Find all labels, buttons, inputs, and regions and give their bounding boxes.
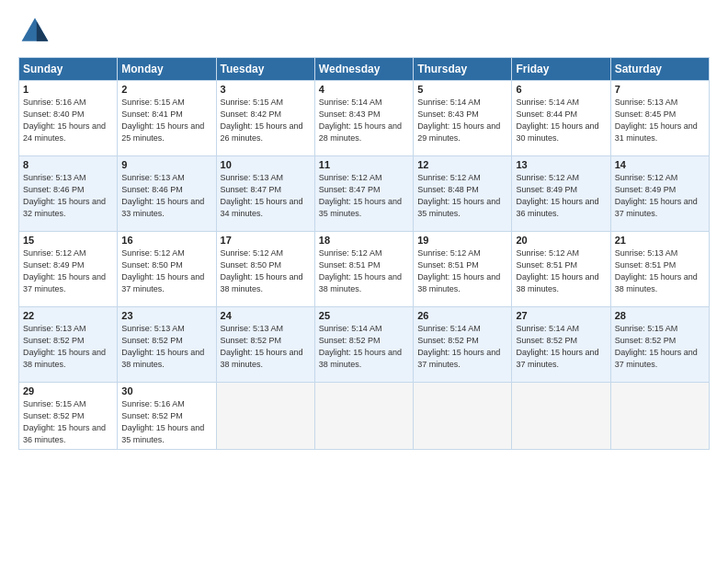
day-cell: [414, 383, 512, 450]
days-header-row: SundayMondayTuesdayWednesdayThursdayFrid…: [19, 58, 710, 81]
day-info: Sunrise: 5:13 AMSunset: 8:52 PMDaylight:…: [23, 323, 113, 371]
page: SundayMondayTuesdayWednesdayThursdayFrid…: [0, 0, 728, 563]
day-number: 14: [615, 159, 705, 170]
day-number: 27: [516, 310, 606, 321]
day-info: Sunrise: 5:12 AMSunset: 8:47 PMDaylight:…: [319, 172, 409, 220]
day-cell: 1Sunrise: 5:16 AMSunset: 8:40 PMDaylight…: [19, 81, 118, 156]
day-info: Sunrise: 5:15 AMSunset: 8:41 PMDaylight:…: [121, 97, 211, 144]
day-number: 29: [23, 385, 113, 396]
day-cell: 19Sunrise: 5:12 AMSunset: 8:51 PMDayligh…: [414, 232, 512, 307]
day-cell: 17Sunrise: 5:12 AMSunset: 8:50 PMDayligh…: [216, 232, 314, 307]
day-header-tuesday: Tuesday: [216, 58, 314, 81]
day-number: 4: [319, 84, 409, 95]
day-number: 3: [221, 84, 311, 95]
day-cell: 26Sunrise: 5:14 AMSunset: 8:52 PMDayligh…: [414, 307, 512, 383]
day-cell: 4Sunrise: 5:14 AMSunset: 8:43 PMDaylight…: [314, 81, 413, 156]
day-info: Sunrise: 5:13 AMSunset: 8:45 PMDaylight:…: [615, 97, 705, 144]
day-info: Sunrise: 5:13 AMSunset: 8:52 PMDaylight:…: [121, 323, 211, 371]
day-number: 28: [615, 310, 705, 321]
day-info: Sunrise: 5:12 AMSunset: 8:49 PMDaylight:…: [23, 247, 113, 295]
day-number: 5: [417, 84, 507, 95]
day-cell: 14Sunrise: 5:12 AMSunset: 8:49 PMDayligh…: [610, 156, 709, 232]
day-cell: [512, 383, 610, 450]
day-cell: 13Sunrise: 5:12 AMSunset: 8:49 PMDayligh…: [512, 156, 610, 232]
day-info: Sunrise: 5:12 AMSunset: 8:49 PMDaylight:…: [516, 172, 606, 220]
day-header-saturday: Saturday: [610, 58, 709, 81]
day-info: Sunrise: 5:13 AMSunset: 8:46 PMDaylight:…: [23, 172, 113, 220]
day-cell: 24Sunrise: 5:13 AMSunset: 8:52 PMDayligh…: [216, 307, 314, 383]
day-number: 1: [23, 84, 113, 95]
day-cell: [314, 383, 413, 450]
day-cell: 28Sunrise: 5:15 AMSunset: 8:52 PMDayligh…: [610, 307, 709, 383]
day-cell: 11Sunrise: 5:12 AMSunset: 8:47 PMDayligh…: [314, 156, 413, 232]
day-number: 25: [319, 310, 409, 321]
day-info: Sunrise: 5:14 AMSunset: 8:44 PMDaylight:…: [516, 97, 606, 144]
day-number: 15: [23, 235, 113, 246]
day-number: 21: [615, 235, 705, 246]
logo: [18, 15, 55, 48]
day-cell: 27Sunrise: 5:14 AMSunset: 8:52 PMDayligh…: [512, 307, 610, 383]
day-info: Sunrise: 5:13 AMSunset: 8:46 PMDaylight:…: [121, 172, 211, 220]
day-header-friday: Friday: [512, 58, 610, 81]
day-cell: 16Sunrise: 5:12 AMSunset: 8:50 PMDayligh…: [118, 232, 216, 307]
day-info: Sunrise: 5:12 AMSunset: 8:51 PMDaylight:…: [319, 247, 409, 295]
day-cell: 29Sunrise: 5:15 AMSunset: 8:52 PMDayligh…: [19, 383, 118, 450]
day-number: 7: [615, 84, 705, 95]
day-header-wednesday: Wednesday: [314, 58, 413, 81]
day-number: 23: [121, 310, 211, 321]
day-cell: 15Sunrise: 5:12 AMSunset: 8:49 PMDayligh…: [19, 232, 118, 307]
day-info: Sunrise: 5:12 AMSunset: 8:49 PMDaylight:…: [615, 172, 705, 220]
day-cell: 30Sunrise: 5:16 AMSunset: 8:52 PMDayligh…: [118, 383, 216, 450]
week-row-1: 1Sunrise: 5:16 AMSunset: 8:40 PMDaylight…: [19, 81, 710, 156]
day-cell: 18Sunrise: 5:12 AMSunset: 8:51 PMDayligh…: [314, 232, 413, 307]
header: [18, 15, 710, 48]
day-info: Sunrise: 5:12 AMSunset: 8:50 PMDaylight:…: [121, 247, 211, 295]
day-number: 30: [121, 385, 211, 396]
day-number: 20: [516, 235, 606, 246]
day-number: 8: [23, 159, 113, 170]
day-number: 2: [121, 84, 211, 95]
day-number: 13: [516, 159, 606, 170]
day-cell: 23Sunrise: 5:13 AMSunset: 8:52 PMDayligh…: [118, 307, 216, 383]
day-info: Sunrise: 5:15 AMSunset: 8:52 PMDaylight:…: [23, 398, 113, 446]
day-info: Sunrise: 5:13 AMSunset: 8:51 PMDaylight:…: [615, 247, 705, 295]
day-cell: 7Sunrise: 5:13 AMSunset: 8:45 PMDaylight…: [610, 81, 709, 156]
day-cell: 21Sunrise: 5:13 AMSunset: 8:51 PMDayligh…: [610, 232, 709, 307]
day-info: Sunrise: 5:14 AMSunset: 8:52 PMDaylight:…: [417, 323, 507, 371]
day-number: 26: [417, 310, 507, 321]
day-info: Sunrise: 5:12 AMSunset: 8:50 PMDaylight:…: [221, 247, 311, 295]
day-number: 9: [121, 159, 211, 170]
day-info: Sunrise: 5:16 AMSunset: 8:40 PMDaylight:…: [23, 97, 113, 144]
day-cell: 5Sunrise: 5:14 AMSunset: 8:43 PMDaylight…: [414, 81, 512, 156]
week-row-3: 15Sunrise: 5:12 AMSunset: 8:49 PMDayligh…: [19, 232, 710, 307]
day-number: 16: [121, 235, 211, 246]
day-info: Sunrise: 5:13 AMSunset: 8:47 PMDaylight:…: [221, 172, 311, 220]
day-number: 18: [319, 235, 409, 246]
day-cell: 3Sunrise: 5:15 AMSunset: 8:42 PMDaylight…: [216, 81, 314, 156]
day-number: 19: [417, 235, 507, 246]
day-info: Sunrise: 5:12 AMSunset: 8:51 PMDaylight:…: [417, 247, 507, 295]
day-cell: 20Sunrise: 5:12 AMSunset: 8:51 PMDayligh…: [512, 232, 610, 307]
day-info: Sunrise: 5:15 AMSunset: 8:42 PMDaylight:…: [221, 97, 311, 144]
day-cell: 9Sunrise: 5:13 AMSunset: 8:46 PMDaylight…: [118, 156, 216, 232]
logo-icon: [18, 15, 51, 48]
week-row-2: 8Sunrise: 5:13 AMSunset: 8:46 PMDaylight…: [19, 156, 710, 232]
day-header-sunday: Sunday: [19, 58, 118, 81]
day-cell: 10Sunrise: 5:13 AMSunset: 8:47 PMDayligh…: [216, 156, 314, 232]
day-info: Sunrise: 5:12 AMSunset: 8:48 PMDaylight:…: [417, 172, 507, 220]
day-info: Sunrise: 5:16 AMSunset: 8:52 PMDaylight:…: [121, 398, 211, 446]
day-cell: 22Sunrise: 5:13 AMSunset: 8:52 PMDayligh…: [19, 307, 118, 383]
day-info: Sunrise: 5:14 AMSunset: 8:52 PMDaylight:…: [516, 323, 606, 371]
day-number: 17: [221, 235, 311, 246]
calendar-table: SundayMondayTuesdayWednesdayThursdayFrid…: [18, 57, 710, 450]
day-header-thursday: Thursday: [414, 58, 512, 81]
week-row-4: 22Sunrise: 5:13 AMSunset: 8:52 PMDayligh…: [19, 307, 710, 383]
day-info: Sunrise: 5:14 AMSunset: 8:52 PMDaylight:…: [319, 323, 409, 371]
day-number: 11: [319, 159, 409, 170]
day-number: 6: [516, 84, 606, 95]
day-cell: 12Sunrise: 5:12 AMSunset: 8:48 PMDayligh…: [414, 156, 512, 232]
day-info: Sunrise: 5:14 AMSunset: 8:43 PMDaylight:…: [417, 97, 507, 144]
day-cell: 25Sunrise: 5:14 AMSunset: 8:52 PMDayligh…: [314, 307, 413, 383]
day-info: Sunrise: 5:15 AMSunset: 8:52 PMDaylight:…: [615, 323, 705, 371]
day-number: 24: [221, 310, 311, 321]
